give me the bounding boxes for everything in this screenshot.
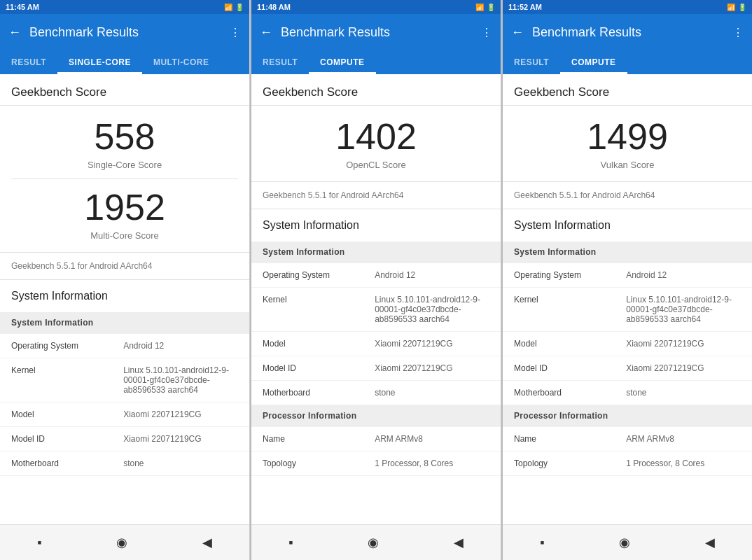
nav-button-0[interactable]: ▪ — [26, 533, 53, 553]
row-key: Motherboard — [0, 451, 112, 476]
table-row: Topology1 Processor, 8 Cores — [503, 451, 752, 476]
section-header-cell: Processor Information — [503, 405, 752, 427]
nav-button-0[interactable]: ▪ — [277, 533, 304, 553]
score-block-0: 558Single-Core Score — [11, 117, 238, 170]
row-value: ARM ARMv8 — [363, 427, 501, 451]
tab-bar: RESULTCOMPUTE — [503, 50, 752, 74]
table-row: Operating SystemAndroid 12 — [251, 263, 501, 288]
back-button[interactable]: ← — [511, 25, 524, 40]
system-info-header: System Information — [503, 209, 752, 241]
tab-result[interactable]: RESULT — [0, 50, 57, 74]
info-table: System InformationOperating SystemAndroi… — [251, 241, 501, 476]
more-button[interactable]: ⋮ — [732, 26, 744, 39]
row-key: Kernel — [503, 288, 615, 332]
nav-button-1[interactable]: ◉ — [356, 532, 390, 553]
geekbench-score-header: Geekbench Score — [0, 74, 249, 106]
status-icons: 📶 🔋 — [224, 4, 244, 11]
table-row: NameARM ARMv8 — [503, 427, 752, 451]
content-area: Geekbench Score1499Vulkan ScoreGeekbench… — [503, 74, 752, 524]
battery-icon: 🔋 — [487, 4, 495, 11]
tab-result[interactable]: RESULT — [251, 50, 309, 74]
row-key: Model — [0, 402, 112, 427]
tab-multi-core[interactable]: MULTI-CORE — [142, 50, 220, 74]
table-section-header: Processor Information — [503, 405, 752, 427]
score-label: Vulkan Score — [514, 160, 741, 170]
nav-button-2[interactable]: ◀ — [191, 532, 223, 553]
score-block-0: 1402OpenCL Score — [263, 117, 489, 170]
wifi-icon: 📶 — [224, 4, 232, 11]
row-key: Kernel — [0, 358, 112, 402]
status-time: 11:52 AM — [508, 3, 542, 11]
tab-bar: RESULTCOMPUTE — [251, 50, 501, 74]
score-value: 1402 — [263, 117, 489, 157]
score-label: OpenCL Score — [263, 160, 489, 170]
row-value: stone — [615, 381, 752, 405]
content-area: Geekbench Score558Single-Core Score1952M… — [0, 74, 249, 524]
phone-panel-1: 11:45 AM 📶 🔋 ← Benchmark Results ⋮ RESUL… — [0, 0, 250, 560]
row-value: 1 Processor, 8 Cores — [615, 451, 752, 476]
phone-panel-2: 11:48 AM 📶 🔋 ← Benchmark Results ⋮ RESUL… — [251, 0, 501, 560]
row-value: Linux 5.10.101-android12-9-00001-gf4c0e3… — [363, 288, 501, 332]
tab-compute[interactable]: COMPUTE — [560, 50, 627, 74]
section-header-cell: System Information — [0, 312, 249, 334]
wifi-icon: 📶 — [475, 4, 484, 11]
back-button[interactable]: ← — [8, 25, 21, 40]
score-block-1: 1952Multi-Core Score — [11, 188, 238, 241]
nav-button-0[interactable]: ▪ — [529, 533, 555, 553]
score-block-0: 1499Vulkan Score — [514, 117, 741, 170]
row-key: Operating System — [0, 334, 112, 358]
row-key: Model — [503, 332, 615, 356]
bottom-nav: ▪◉◀ — [503, 524, 752, 560]
table-section-header: System Information — [251, 241, 501, 263]
more-button[interactable]: ⋮ — [230, 26, 241, 39]
screen-title: Benchmark Results — [281, 25, 473, 40]
score-section: 1499Vulkan Score — [503, 106, 752, 182]
row-value: stone — [112, 451, 249, 476]
geekbench-score-header: Geekbench Score — [503, 74, 752, 106]
row-value: Xiaomi 22071219CG — [363, 356, 501, 381]
nav-button-1[interactable]: ◉ — [105, 532, 139, 553]
table-row: ModelXiaomi 22071219CG — [251, 332, 501, 356]
section-header-cell: System Information — [251, 241, 501, 263]
score-section: 558Single-Core Score1952Multi-Core Score — [0, 106, 249, 253]
table-row: Model IDXiaomi 22071219CG — [251, 356, 501, 381]
row-key: Motherboard — [503, 381, 615, 405]
battery-icon: 🔋 — [235, 4, 244, 11]
row-key: Model ID — [0, 427, 112, 451]
more-button[interactable]: ⋮ — [481, 26, 492, 39]
table-row: KernelLinux 5.10.101-android12-9-00001-g… — [0, 358, 249, 402]
title-bar: ← Benchmark Results ⋮ — [503, 14, 752, 50]
row-key: Name — [251, 427, 363, 451]
row-value: Xiaomi 22071219CG — [615, 356, 752, 381]
row-value: Linux 5.10.101-android12-9-00001-gf4c0e3… — [615, 288, 752, 332]
row-value: Xiaomi 22071219CG — [112, 427, 249, 451]
score-section: 1402OpenCL Score — [251, 106, 501, 182]
table-row: KernelLinux 5.10.101-android12-9-00001-g… — [503, 288, 752, 332]
table-row: Model IDXiaomi 22071219CG — [0, 427, 249, 451]
nav-button-2[interactable]: ◀ — [443, 532, 475, 553]
tab-result[interactable]: RESULT — [503, 50, 560, 74]
back-button[interactable]: ← — [260, 25, 272, 40]
system-info-header: System Information — [0, 280, 249, 312]
row-value: Xiaomi 22071219CG — [615, 332, 752, 356]
screen-container: 11:45 AM 📶 🔋 ← Benchmark Results ⋮ RESUL… — [0, 0, 752, 560]
info-table: System InformationOperating SystemAndroi… — [503, 241, 752, 476]
score-label: Single-Core Score — [11, 160, 238, 170]
row-key: Kernel — [251, 288, 363, 332]
nav-button-2[interactable]: ◀ — [694, 532, 726, 553]
score-value: 1499 — [514, 117, 741, 157]
status-bar: 11:48 AM 📶 🔋 — [251, 0, 501, 14]
nav-button-1[interactable]: ◉ — [608, 532, 641, 553]
tab-compute[interactable]: COMPUTE — [309, 50, 376, 74]
table-row: ModelXiaomi 22071219CG — [0, 402, 249, 427]
score-value: 558 — [11, 117, 238, 157]
tab-single-core[interactable]: SINGLE-CORE — [57, 50, 142, 74]
status-bar: 11:52 AM 📶 🔋 — [503, 0, 752, 14]
row-value: Xiaomi 22071219CG — [112, 402, 249, 427]
tab-bar: RESULTSINGLE-COREMULTI-CORE — [0, 50, 249, 74]
table-row: Operating SystemAndroid 12 — [503, 263, 752, 288]
status-icons: 📶 🔋 — [727, 4, 746, 11]
screen-title: Benchmark Results — [29, 25, 221, 40]
score-label: Multi-Core Score — [11, 230, 238, 241]
version-info: Geekbench 5.5.1 for Android AArch64 — [0, 253, 249, 280]
